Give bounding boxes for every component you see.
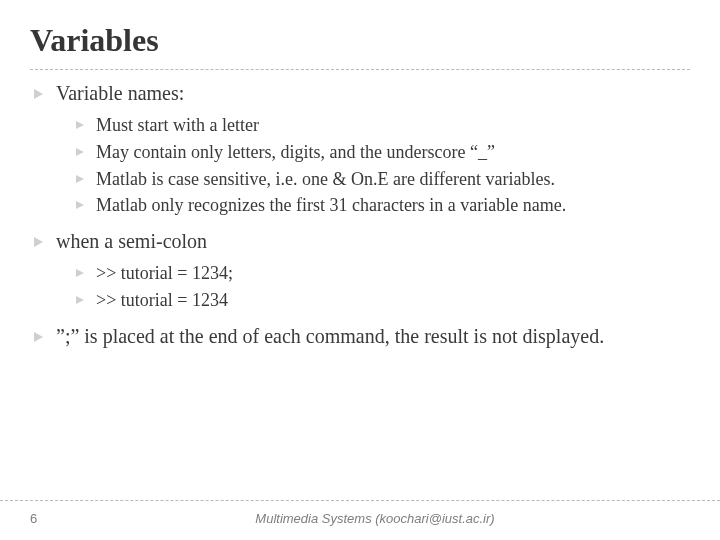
bullet-text: ”;” is placed at the end of each command… — [56, 325, 604, 347]
sub-list: Must start with a letter May contain onl… — [56, 113, 690, 218]
list-item: May contain only letters, digits, and th… — [76, 140, 690, 165]
list-item: Matlab only recognizes the first 31 char… — [76, 193, 690, 218]
list-item: when a semi-colon >> tutorial = 1234; >>… — [34, 228, 690, 313]
bullet-text: when a semi-colon — [56, 230, 207, 252]
slide: Variables Variable names: Must start wit… — [0, 0, 720, 540]
list-item: ”;” is placed at the end of each command… — [34, 323, 690, 350]
list-item: Must start with a letter — [76, 113, 690, 138]
list-item: >> tutorial = 1234; — [76, 261, 690, 286]
footer: 6 Multimedia Systems (koochari@iust.ac.i… — [0, 500, 720, 526]
slide-title: Variables — [30, 22, 690, 70]
page-number: 6 — [30, 511, 60, 526]
footer-center: Multimedia Systems (koochari@iust.ac.ir) — [60, 511, 690, 526]
bullet-list: Variable names: Must start with a letter… — [30, 80, 690, 350]
list-item: Matlab is case sensitive, i.e. one & On.… — [76, 167, 690, 192]
bullet-text: Variable names: — [56, 82, 184, 104]
sub-list: >> tutorial = 1234; >> tutorial = 1234 — [56, 261, 690, 313]
list-item: Variable names: Must start with a letter… — [34, 80, 690, 218]
list-item: >> tutorial = 1234 — [76, 288, 690, 313]
